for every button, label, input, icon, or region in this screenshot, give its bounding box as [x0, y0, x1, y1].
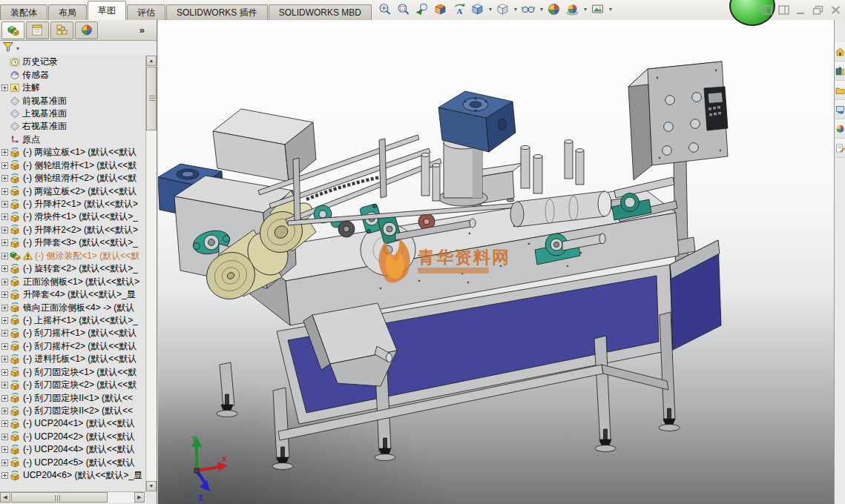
tree-item[interactable]: (-) 刮刀摇杆<1> (默认<<默认	[0, 327, 145, 339]
tree-vertical-scrollbar[interactable]: ▲ ▼	[145, 56, 157, 491]
expand-icon[interactable]	[1, 420, 10, 427]
configurationmanager-tab[interactable]	[50, 21, 73, 39]
custom-properties-icon[interactable]	[835, 139, 845, 158]
tree-item[interactable]: (-) 刮刀固定块<1> (默认<<默	[0, 366, 145, 379]
appearances-scenes-icon[interactable]	[835, 119, 845, 139]
expand-icon[interactable]	[1, 446, 10, 453]
tree-item[interactable]: (-) 升降杆2<2> (默认<<默认>	[0, 224, 145, 236]
expand-icon[interactable]	[1, 291, 10, 298]
tree-item[interactable]: (-) 侧轮组滑杆<1> (默认<<默	[0, 159, 145, 172]
propertymanager-tab[interactable]	[26, 21, 49, 39]
tree-item[interactable]: UCP204<6> (默认<<默认>_显	[0, 469, 145, 482]
expand-icon[interactable]	[1, 162, 10, 169]
tree-item[interactable]: (-) 两端立板<1> (默认<<默认	[0, 146, 145, 159]
expand-icon[interactable]	[1, 84, 10, 91]
expand-icon[interactable]	[1, 472, 10, 479]
expand-icon[interactable]	[1, 434, 10, 440]
expand-icon[interactable]	[1, 213, 10, 220]
display-style-icon[interactable]	[495, 1, 510, 17]
apply-scene-caret[interactable]: ▾	[584, 6, 587, 13]
expand-icon[interactable]	[1, 330, 10, 336]
expand-icon[interactable]	[1, 460, 10, 466]
horizontal-scroll-thumb[interactable]	[11, 492, 108, 503]
tree-item[interactable]: (-) UCP204<1> (默认<<默认	[0, 417, 145, 430]
panel-overflow-button[interactable]: »	[139, 24, 145, 36]
edit-appearance-icon[interactable]	[546, 1, 562, 17]
expand-icon[interactable]	[1, 253, 10, 259]
previous-view-icon[interactable]	[414, 1, 430, 17]
tree-item[interactable]: (-) 升降套<3> (默认<<默认>_	[0, 236, 145, 249]
tree-item[interactable]: 原点	[0, 133, 145, 146]
tree-item[interactable]: 前视基准面	[0, 94, 145, 107]
tree-item[interactable]: (-) 进料托板<1> (默认<<默认	[0, 353, 145, 365]
view-orientation-icon[interactable]	[470, 1, 485, 17]
filter-caret[interactable]: ▾	[16, 45, 19, 52]
tree-item[interactable]: (-) 升降杆2<1> (默认<<默认>	[0, 198, 145, 210]
graphics-viewport[interactable]: 青华资料网 Y X Z	[158, 20, 834, 504]
tab-布局[interactable]: 布局	[48, 4, 87, 20]
view-settings-icon[interactable]	[590, 1, 605, 17]
tab-SOLIDWORKS 插件[interactable]: SOLIDWORKS 插件	[166, 4, 268, 20]
expand-icon[interactable]	[1, 279, 10, 285]
tree-item[interactable]: (-) 刮刀固定块II<1> (默认<<	[0, 391, 145, 404]
expand-icon[interactable]	[1, 343, 10, 350]
expand-icon[interactable]	[1, 356, 10, 362]
expand-icon[interactable]	[1, 395, 10, 402]
filter-funnel-icon[interactable]	[2, 42, 14, 55]
tree-item[interactable]: (-) 侧轮组滑杆<2> (默认<<默	[0, 172, 145, 185]
section-view-icon[interactable]	[433, 1, 448, 17]
tree-item[interactable]: (-) 侧涂装配<1> (默认<<默	[0, 250, 145, 262]
restore-button[interactable]	[812, 5, 824, 15]
tree-item[interactable]: A注解	[0, 82, 145, 94]
expand-icon[interactable]	[1, 265, 10, 272]
tree-item[interactable]: 上视基准面	[0, 107, 145, 120]
file-explorer-icon[interactable]	[835, 81, 845, 100]
displaymanager-tab[interactable]	[75, 21, 98, 39]
tab-评估[interactable]: 评估	[127, 4, 165, 20]
tree-item[interactable]: 升降套<4> (默认<<默认>_显	[0, 288, 145, 301]
tree-item[interactable]: (-) 刮刀固定块<2> (默认<<默	[0, 379, 145, 391]
featuremanager-design-tree-tab[interactable]	[1, 21, 24, 39]
tree-item[interactable]: (-) 上摇杆<1> (默认<<默认>_	[0, 314, 145, 327]
tree-item[interactable]: (-) UCP204<4> (默认<<默认	[0, 443, 145, 456]
expand-icon[interactable]	[1, 149, 10, 156]
tree-item[interactable]: (-) 刮刀摇杆<2> (默认<<默认	[0, 340, 145, 353]
tree-item[interactable]: (-) 刮刀固定块II<2> (默认<<	[0, 405, 145, 417]
minimize-button[interactable]	[795, 5, 806, 15]
tree-item[interactable]: 右视基准面	[0, 120, 145, 133]
scroll-left-arrow[interactable]: ◀	[0, 492, 10, 503]
vertical-scroll-thumb[interactable]	[146, 67, 157, 130]
expand-icon[interactable]	[1, 227, 10, 233]
zoom-to-area-icon[interactable]	[395, 1, 411, 17]
tree-item[interactable]: 传感器	[0, 68, 145, 81]
expand-icon[interactable]	[1, 239, 10, 246]
tree-item[interactable]: 镜向正面涂侧板<4> -> (默认	[0, 301, 145, 314]
tree-item[interactable]: 历史记录	[0, 56, 145, 68]
solidworks-resources-icon[interactable]	[835, 42, 845, 62]
tab-草图[interactable]: 草图	[88, 1, 126, 20]
tree-item[interactable]: (-) UCP204<5> (默认<<默认	[0, 457, 145, 469]
tree-horizontal-scrollbar[interactable]: ◀ ▶	[0, 491, 145, 503]
toggle-left-pane-button[interactable]	[761, 5, 772, 15]
toggle-right-pane-button[interactable]	[778, 5, 789, 15]
close-button[interactable]	[830, 5, 841, 15]
expand-icon[interactable]	[1, 382, 10, 388]
assembly-model[interactable]: 青华资料网	[158, 20, 834, 504]
expand-icon[interactable]	[1, 408, 10, 414]
view-palette-icon[interactable]	[835, 100, 845, 119]
scroll-up-arrow[interactable]: ▲	[146, 56, 157, 66]
expand-icon[interactable]	[1, 317, 10, 324]
tree-item[interactable]: (-) 滑块件<1> (默认<<默认>_	[0, 210, 145, 223]
expand-icon[interactable]	[1, 201, 10, 208]
tab-装配体[interactable]: 装配体	[0, 4, 47, 20]
design-library-icon[interactable]	[835, 62, 845, 81]
tree-item[interactable]: (-) UCP204<2> (默认<<默认	[0, 431, 145, 443]
view-settings-caret[interactable]: ▾	[609, 6, 612, 13]
scroll-down-arrow[interactable]: ▼	[146, 481, 157, 491]
apply-scene-icon[interactable]	[565, 1, 580, 17]
expand-icon[interactable]	[1, 188, 10, 195]
expand-icon[interactable]	[1, 305, 10, 311]
tab-SOLIDWORKS MBD[interactable]: SOLIDWORKS MBD	[269, 4, 372, 20]
expand-icon[interactable]	[1, 175, 10, 182]
tree-item[interactable]: (-) 两端立板<2> (默认<<默认	[0, 185, 145, 197]
